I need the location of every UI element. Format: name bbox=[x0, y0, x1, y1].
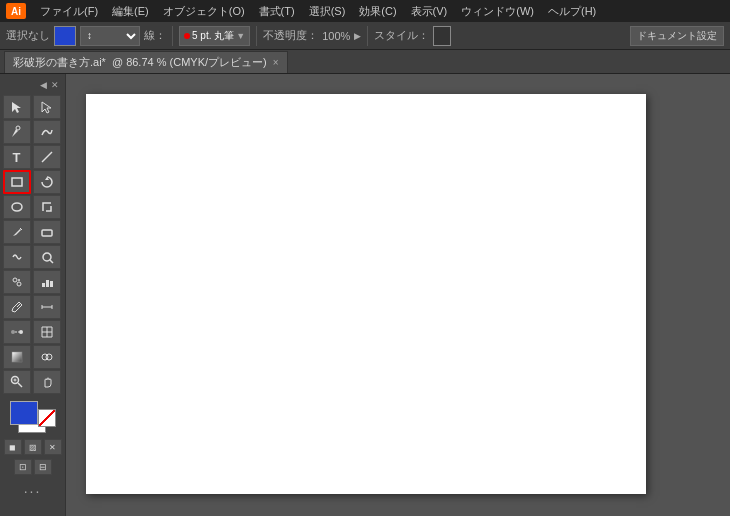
svg-rect-11 bbox=[42, 283, 45, 287]
menu-window[interactable]: ウィンドウ(W) bbox=[455, 2, 540, 21]
tool-measure[interactable] bbox=[33, 295, 61, 319]
ai-logo: Ai bbox=[6, 3, 26, 19]
menu-help[interactable]: ヘルプ(H) bbox=[542, 2, 602, 21]
toolbox: ◀ ✕ T bbox=[0, 74, 66, 516]
tool-pen[interactable] bbox=[3, 120, 31, 144]
tool-row-4 bbox=[3, 170, 63, 194]
toolbar-stroke-arrow[interactable]: ↕ bbox=[80, 26, 140, 46]
toolbar-sep-3 bbox=[367, 26, 368, 46]
svg-point-3 bbox=[12, 203, 22, 211]
toolbox-collapse-row: ◀ ✕ bbox=[0, 78, 65, 92]
svg-point-18 bbox=[11, 330, 15, 334]
toolbar-sep-2 bbox=[256, 26, 257, 46]
canvas-area bbox=[66, 74, 730, 516]
tool-row-7 bbox=[3, 245, 63, 269]
color-mode-row: ◼ ▨ ✕ bbox=[4, 439, 62, 455]
tool-direct-select[interactable] bbox=[33, 95, 61, 119]
tool-rect[interactable] bbox=[3, 170, 31, 194]
tool-hand[interactable] bbox=[33, 370, 61, 394]
tool-eyedropper[interactable] bbox=[3, 295, 31, 319]
icon-small-1[interactable]: ⊡ bbox=[14, 459, 32, 475]
icon-small-2[interactable]: ⊟ bbox=[34, 459, 52, 475]
tool-row-12 bbox=[3, 370, 63, 394]
style-label: スタイル： bbox=[374, 28, 429, 43]
tab-close-button[interactable]: × bbox=[273, 57, 279, 68]
menu-effect[interactable]: 効果(C) bbox=[353, 2, 402, 21]
tool-freeform[interactable] bbox=[33, 120, 61, 144]
style-box[interactable] bbox=[433, 26, 451, 46]
tool-row-8 bbox=[3, 270, 63, 294]
tool-shape-builder[interactable] bbox=[33, 345, 61, 369]
color-swatches bbox=[10, 401, 56, 437]
tool-zoom[interactable] bbox=[3, 370, 31, 394]
svg-rect-5 bbox=[42, 230, 52, 236]
color-area: ◼ ▨ ✕ ⊡ ⊟ bbox=[3, 401, 63, 475]
none-swatch[interactable] bbox=[38, 409, 56, 427]
doc-settings-button[interactable]: ドキュメント設定 bbox=[630, 26, 724, 46]
svg-point-10 bbox=[18, 279, 20, 281]
svg-line-1 bbox=[42, 152, 52, 162]
fill-swatch[interactable] bbox=[10, 401, 38, 425]
svg-point-9 bbox=[17, 282, 21, 286]
tool-warp[interactable] bbox=[3, 245, 31, 269]
svg-point-8 bbox=[13, 278, 17, 282]
none-mode-button[interactable]: ✕ bbox=[44, 439, 62, 455]
collapse-right-icon[interactable]: ✕ bbox=[51, 80, 59, 90]
toolbox-more-dots[interactable]: ... bbox=[24, 480, 42, 496]
tool-rotate[interactable] bbox=[33, 170, 61, 194]
tab-name: 彩破形の書き方.ai* bbox=[13, 55, 106, 70]
opacity-label: 不透明度： bbox=[263, 28, 318, 43]
menu-object[interactable]: オブジェクト(O) bbox=[157, 2, 251, 21]
canvas-page bbox=[86, 94, 646, 494]
svg-line-7 bbox=[50, 260, 53, 263]
tool-scale[interactable] bbox=[33, 195, 61, 219]
menu-select[interactable]: 選択(S) bbox=[303, 2, 352, 21]
tool-ellipse[interactable] bbox=[3, 195, 31, 219]
svg-rect-21 bbox=[12, 352, 22, 362]
pt-dot bbox=[184, 33, 190, 39]
tool-symbol[interactable] bbox=[3, 270, 31, 294]
svg-line-14 bbox=[17, 304, 20, 307]
svg-rect-13 bbox=[50, 281, 53, 287]
svg-point-19 bbox=[19, 330, 23, 334]
tool-blend[interactable] bbox=[3, 320, 31, 344]
selection-label: 選択なし bbox=[6, 28, 50, 43]
menu-edit[interactable]: 編集(E) bbox=[106, 2, 155, 21]
small-icon-row: ⊡ ⊟ bbox=[14, 459, 52, 475]
tool-row-3: T bbox=[3, 145, 63, 169]
tool-row-6 bbox=[3, 220, 63, 244]
pt-value[interactable]: 5 pt. 丸筆 ▼ bbox=[179, 26, 250, 46]
tool-line[interactable] bbox=[33, 145, 61, 169]
tool-row-9 bbox=[3, 295, 63, 319]
tool-column-graph[interactable] bbox=[33, 270, 61, 294]
tab-bar: 彩破形の書き方.ai* @ 86.74 % (CMYK/プレビュー) × bbox=[0, 50, 730, 74]
tool-type[interactable]: T bbox=[3, 145, 31, 169]
tool-liquify[interactable] bbox=[33, 245, 61, 269]
tool-row-2 bbox=[3, 120, 63, 144]
pt-arrow: ▼ bbox=[236, 31, 245, 41]
tab-info: @ 86.74 % (CMYK/プレビュー) bbox=[112, 55, 267, 70]
stroke-label: 線： bbox=[144, 28, 166, 43]
opacity-arrow: ▶ bbox=[354, 31, 361, 41]
menu-file[interactable]: ファイル(F) bbox=[34, 2, 104, 21]
toolbar: 選択なし ↕ 線： 5 pt. 丸筆 ▼ 不透明度： 100% ▶ スタイル： … bbox=[0, 22, 730, 50]
menu-type[interactable]: 書式(T) bbox=[253, 2, 301, 21]
collapse-left-icon[interactable]: ◀ bbox=[40, 80, 47, 90]
menu-view[interactable]: 表示(V) bbox=[405, 2, 454, 21]
tool-gradient[interactable] bbox=[3, 345, 31, 369]
tool-eraser[interactable] bbox=[33, 220, 61, 244]
opacity-value: 100% bbox=[322, 30, 350, 42]
tool-row-5 bbox=[3, 195, 63, 219]
gradient-mode-button[interactable]: ▨ bbox=[24, 439, 42, 455]
title-bar: Ai ファイル(F) 編集(E) オブジェクト(O) 書式(T) 選択(S) 効… bbox=[0, 0, 730, 22]
tool-mesh[interactable] bbox=[33, 320, 61, 344]
tool-row-1 bbox=[3, 95, 63, 119]
svg-rect-2 bbox=[12, 178, 22, 186]
svg-line-25 bbox=[18, 383, 22, 387]
color-mode-button[interactable]: ◼ bbox=[4, 439, 22, 455]
tool-arrow-select[interactable] bbox=[3, 95, 31, 119]
svg-rect-12 bbox=[46, 280, 49, 287]
toolbar-color-box[interactable] bbox=[54, 26, 76, 46]
tool-pencil[interactable] bbox=[3, 220, 31, 244]
document-tab[interactable]: 彩破形の書き方.ai* @ 86.74 % (CMYK/プレビュー) × bbox=[4, 51, 288, 73]
